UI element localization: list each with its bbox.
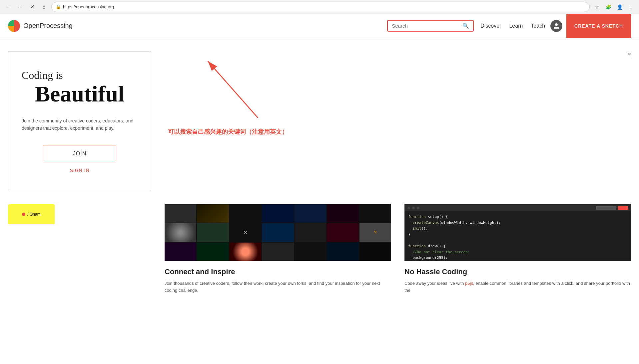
site-header: OpenProcessing 🔍 Discover Learn Teach CR… xyxy=(0,14,639,38)
grid-cell xyxy=(359,243,391,261)
grid-cell xyxy=(295,204,326,223)
forward-button[interactable]: → xyxy=(15,2,25,12)
grid-cell: ? xyxy=(359,223,391,242)
grid-cell xyxy=(359,204,391,223)
hero-subtitle: Join the community of creative coders, e… xyxy=(22,117,133,132)
grid-cell xyxy=(230,204,261,223)
address-bar[interactable]: 🔒 https://openprocessing.org xyxy=(51,2,590,12)
annotation-container: 可以搜索自己感兴趣的关键词（注意用英文） xyxy=(165,51,631,191)
grid-cell xyxy=(197,243,229,261)
grid-cell xyxy=(165,204,196,223)
hero-title-large: Beautiful xyxy=(35,82,124,106)
grid-cell xyxy=(295,223,326,242)
svg-line-1 xyxy=(208,61,258,118)
feature1-desc: Join thousands of creative coders, follo… xyxy=(165,280,391,294)
grid-cell xyxy=(262,243,294,261)
search-icon: 🔍 xyxy=(462,23,469,29)
feature-connect: ✕ ? Connect and Inspire Join thousands o… xyxy=(165,204,391,294)
logo-text: OpenProcessing xyxy=(23,22,73,30)
grid-cell xyxy=(197,223,229,242)
create-sketch-button[interactable]: CREATE A SKETCH xyxy=(566,14,631,38)
join-button[interactable]: JOIN xyxy=(43,145,116,162)
grid-cell xyxy=(165,243,196,261)
red-dot xyxy=(22,213,25,216)
mock-btn3 xyxy=(417,207,419,209)
hero-section: Coding is Beautiful Join the community o… xyxy=(0,38,639,204)
nav-discover[interactable]: Discover xyxy=(480,23,501,29)
annotation-text: 可以搜索自己感兴趣的关键词（注意用英文） xyxy=(168,128,288,136)
grid-cell xyxy=(327,204,358,223)
header-nav: Discover Learn Teach xyxy=(480,23,545,29)
reload-button[interactable]: ✕ xyxy=(27,2,37,12)
bottom-left-area: / Onam xyxy=(8,204,151,224)
profile-btn[interactable]: 👤 xyxy=(615,2,624,12)
feature2-title: No Hassle Coding xyxy=(404,268,631,276)
grid-cell xyxy=(230,243,261,261)
mock-title xyxy=(596,206,616,210)
grid-cell xyxy=(262,204,294,223)
card-label: / Onam xyxy=(27,212,40,217)
hero-card: Coding is Beautiful Join the community o… xyxy=(8,51,151,191)
main-content: by Coding is Beautiful Join the communit… xyxy=(0,38,639,307)
hero-title-small: Coding is xyxy=(22,69,63,82)
feature-image-grid: ✕ ? xyxy=(165,204,391,261)
grid-cell xyxy=(197,204,229,223)
grid-cell xyxy=(165,223,196,242)
menu-btn[interactable]: ⋮ xyxy=(626,2,636,12)
logo-area[interactable]: OpenProcessing xyxy=(8,20,73,32)
grid-cell xyxy=(262,223,294,242)
home-button[interactable]: ⌂ xyxy=(39,2,49,12)
grid-cell xyxy=(295,243,326,261)
extensions-btn[interactable]: 🧩 xyxy=(604,2,613,12)
browser-actions: ☆ 🧩 👤 ⋮ xyxy=(592,2,636,12)
header-search: 🔍 xyxy=(387,20,474,32)
grid-cell: ✕ xyxy=(230,223,261,242)
feature1-title: Connect and Inspire xyxy=(165,268,391,276)
bottom-section: / Onam ✕ xyxy=(0,204,639,307)
mock-btn2 xyxy=(412,207,415,209)
page-body: by Coding is Beautiful Join the communit… xyxy=(0,38,639,307)
browser-toolbar: ← → ✕ ⌂ 🔒 https://openprocessing.org ☆ 🧩… xyxy=(0,0,639,14)
grid-cell xyxy=(327,243,358,261)
search-input[interactable] xyxy=(392,23,462,29)
annotation-arrow-svg xyxy=(191,51,308,151)
sign-in-link[interactable]: SIGN IN xyxy=(70,168,89,173)
bookmark-btn[interactable]: ☆ xyxy=(592,2,602,12)
mock-action xyxy=(618,206,628,210)
user-avatar[interactable] xyxy=(550,20,562,32)
search-box: 🔍 xyxy=(387,20,474,32)
grid-cell xyxy=(327,223,358,242)
bottom-left-card: / Onam xyxy=(8,204,55,224)
nav-learn[interactable]: Learn xyxy=(509,23,523,29)
lock-icon: 🔒 xyxy=(56,4,61,9)
url-text: https://openprocessing.org xyxy=(63,4,114,9)
feature2-desc: Code away your ideas live with p5js, ena… xyxy=(404,280,631,294)
mock-btn1 xyxy=(407,207,410,209)
nav-teach[interactable]: Teach xyxy=(531,23,545,29)
feature-coding: function setup() { createCanvas(windowWi… xyxy=(404,204,631,294)
back-button[interactable]: ← xyxy=(3,2,13,12)
code-mockup: function setup() { createCanvas(windowWi… xyxy=(404,204,631,261)
logo-icon xyxy=(8,20,20,32)
